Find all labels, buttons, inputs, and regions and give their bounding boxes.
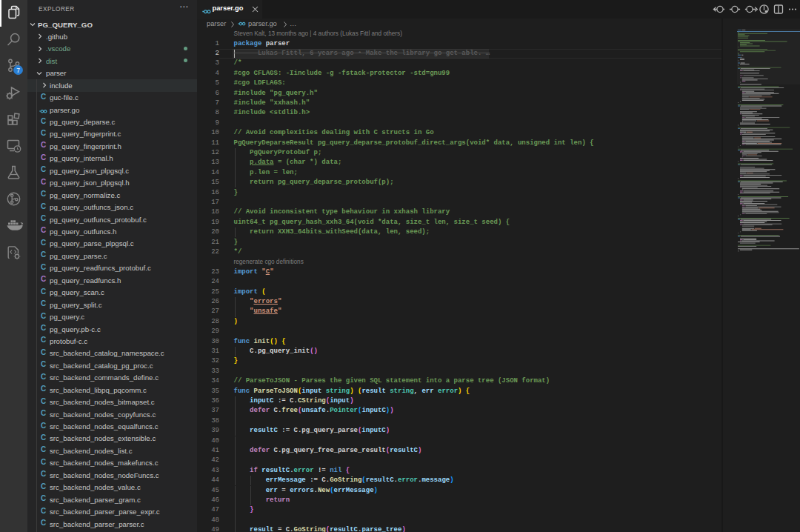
svg-text:7: 7	[16, 67, 20, 74]
